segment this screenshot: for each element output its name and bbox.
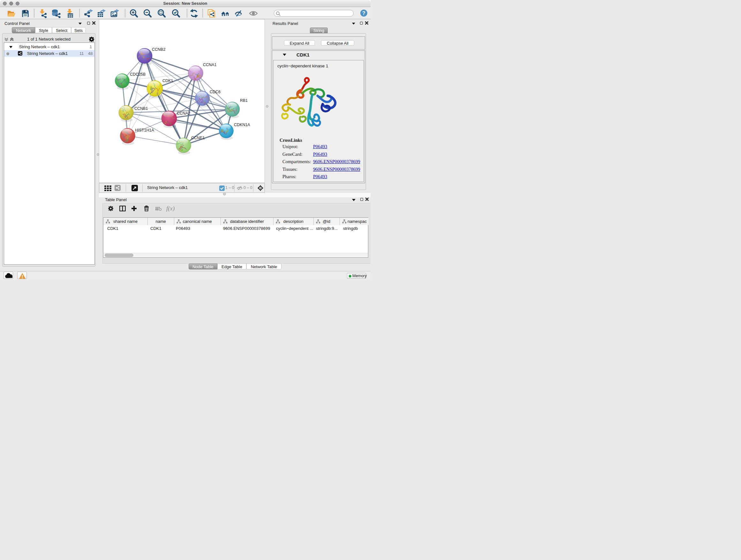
svg-text:RB1: RB1 xyxy=(240,98,248,103)
svg-text:CCNA1: CCNA1 xyxy=(203,63,216,67)
svg-text:CCNB2: CCNB2 xyxy=(152,47,165,52)
svg-text:CDK1: CDK1 xyxy=(162,78,173,83)
svg-text:HIST1H1A: HIST1H1A xyxy=(135,128,154,132)
svg-text:CCNA2: CCNA2 xyxy=(177,111,190,116)
svg-text:CDC6: CDC6 xyxy=(210,90,220,94)
svg-text:CCNB1: CCNB1 xyxy=(134,106,148,111)
svg-text:CDC25B: CDC25B xyxy=(130,72,145,77)
svg-text:CDKN1A: CDKN1A xyxy=(234,123,250,127)
svg-text:?: ? xyxy=(362,10,365,16)
svg-text:CCNE1: CCNE1 xyxy=(191,136,205,140)
